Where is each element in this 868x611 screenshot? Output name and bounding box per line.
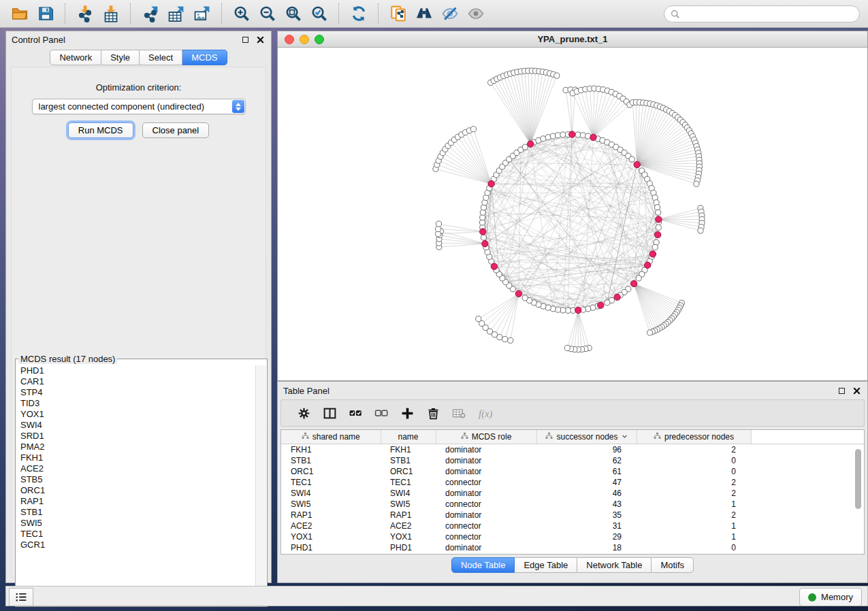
mcds-hub-node[interactable]	[590, 134, 596, 140]
table-row[interactable]: ACE2ACE2connector311	[281, 521, 864, 531]
mcds-result-item[interactable]: PHD1	[20, 365, 256, 376]
mcds-result-item[interactable]: SRD1	[20, 431, 256, 442]
export-table-button[interactable]	[166, 3, 187, 24]
mcds-result-item[interactable]: SWI5	[20, 518, 256, 529]
first-neighbors-button[interactable]	[414, 3, 434, 24]
network-node[interactable]	[655, 205, 660, 210]
add-column-button[interactable]	[398, 404, 416, 422]
network-node[interactable]	[480, 210, 485, 215]
window-close-button[interactable]	[285, 35, 294, 44]
mcds-result-item[interactable]: TEC1	[20, 529, 256, 540]
close-panel-icon[interactable]	[255, 34, 266, 45]
column-header[interactable]: predecessor nodes	[637, 430, 751, 444]
network-node[interactable]	[656, 210, 661, 215]
network-node[interactable]	[652, 244, 658, 250]
network-canvas[interactable]	[278, 48, 867, 380]
network-node[interactable]	[605, 300, 610, 306]
table-row[interactable]: PHD1PHD1dominator180	[281, 542, 864, 553]
network-node[interactable]	[550, 133, 556, 139]
network-node[interactable]	[476, 316, 481, 322]
unselect-all-button[interactable]	[372, 404, 390, 422]
float-panel-icon[interactable]	[240, 34, 251, 45]
network-node[interactable]	[436, 221, 441, 227]
table-row[interactable]: STB1STB1dominator620	[281, 455, 864, 466]
mcds-hub-node[interactable]	[630, 280, 637, 286]
window-zoom-button[interactable]	[315, 35, 324, 44]
mcds-hub-node[interactable]	[491, 263, 497, 269]
mcds-hub-node[interactable]	[614, 294, 620, 300]
toggle-panel-button[interactable]	[321, 404, 338, 422]
mcds-result-item[interactable]: YOX1	[20, 409, 256, 420]
close-panel-button[interactable]: Close panel	[142, 122, 210, 138]
open-file-button[interactable]	[10, 3, 30, 24]
mcds-result-item[interactable]: STP4	[20, 387, 256, 398]
table-row[interactable]: FKH1FKH1dominator962	[281, 444, 864, 456]
sort-chevron-icon[interactable]	[622, 432, 628, 442]
export-network-button[interactable]	[140, 3, 161, 24]
network-node[interactable]	[560, 308, 566, 313]
mcds-hub-node[interactable]	[649, 251, 656, 257]
import-network-button[interactable]	[75, 3, 95, 24]
import-table-button[interactable]	[101, 3, 121, 24]
network-node[interactable]	[585, 306, 591, 312]
network-node[interactable]	[436, 226, 441, 231]
show-all-button[interactable]	[466, 3, 486, 24]
network-node[interactable]	[629, 156, 634, 162]
mcds-hub-node[interactable]	[634, 161, 640, 167]
panels-button[interactable]	[9, 588, 33, 606]
mcds-result-item[interactable]: ACE2	[20, 463, 256, 474]
run-mcds-button[interactable]: Run MCDS	[68, 122, 133, 138]
network-node[interactable]	[564, 345, 570, 350]
mcds-hub-node[interactable]	[515, 291, 521, 297]
network-node[interactable]	[575, 132, 581, 137]
network-node[interactable]	[556, 133, 561, 138]
network-node[interactable]	[647, 330, 652, 335]
mcds-hub-node[interactable]	[482, 241, 488, 247]
zoom-fit-button[interactable]	[283, 3, 304, 24]
close-table-panel-icon[interactable]	[851, 385, 862, 396]
table-row[interactable]: SWI4SWI4dominator462	[281, 488, 864, 499]
network-node[interactable]	[554, 73, 560, 78]
mcds-result-item[interactable]: FKH1	[20, 452, 256, 463]
select-all-button[interactable]	[347, 404, 364, 422]
search-input[interactable]	[684, 8, 859, 20]
save-session-button[interactable]	[35, 3, 56, 24]
mcds-result-item[interactable]: CAR1	[20, 376, 256, 387]
mcds-result-item[interactable]: GCR1	[20, 540, 256, 550]
export-image-button[interactable]	[192, 3, 212, 24]
mcds-result-item[interactable]: SWI4	[20, 420, 256, 431]
network-node[interactable]	[522, 144, 528, 150]
mcds-hub-node[interactable]	[598, 302, 604, 308]
mcds-hub-node[interactable]	[528, 141, 534, 147]
tab-style[interactable]: Style	[101, 50, 140, 65]
table-row[interactable]: YOX1YOX1connector291	[281, 531, 864, 542]
mcds-result-scrollbar[interactable]	[255, 365, 266, 606]
network-node[interactable]	[481, 235, 486, 240]
network-node[interactable]	[556, 307, 561, 312]
tab-mcds[interactable]: MCDS	[182, 50, 227, 65]
hide-selected-button[interactable]	[440, 3, 460, 24]
tab-network[interactable]: Network	[50, 50, 101, 65]
zoom-in-button[interactable]	[231, 3, 252, 24]
table-row[interactable]: ORC1ORC1dominator610	[281, 466, 864, 477]
settings-button[interactable]	[295, 404, 312, 422]
network-node[interactable]	[522, 295, 528, 301]
copy-network-button[interactable]	[388, 3, 408, 24]
mcds-hub-node[interactable]	[575, 307, 581, 313]
window-minimize-button[interactable]	[300, 35, 309, 44]
table-scrollbar[interactable]	[854, 445, 863, 552]
table-row[interactable]: RAP1RAP1dominator352	[281, 510, 864, 521]
column-header[interactable]: MCDS role	[436, 430, 536, 444]
tab-select[interactable]: Select	[140, 50, 182, 65]
mcds-hub-node[interactable]	[645, 262, 651, 268]
mcds-hub-node[interactable]	[569, 131, 575, 137]
network-node[interactable]	[470, 127, 476, 132]
mcds-hub-node[interactable]	[488, 181, 494, 187]
network-node[interactable]	[694, 181, 699, 186]
network-node[interactable]	[497, 334, 502, 340]
network-node[interactable]	[508, 337, 513, 343]
mcds-result-item[interactable]: TID3	[20, 398, 256, 409]
network-node[interactable]	[636, 276, 641, 281]
mcds-hub-node[interactable]	[656, 216, 662, 222]
network-node[interactable]	[656, 225, 661, 230]
